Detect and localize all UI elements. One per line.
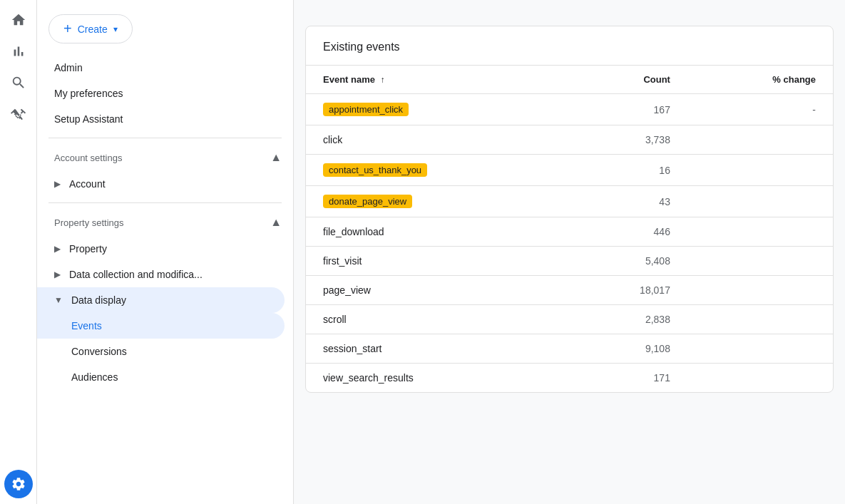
event-name-cell: page_view	[306, 276, 565, 305]
event-name-cell: contact_us_thank_you	[306, 155, 565, 186]
admin-nav[interactable]: Admin	[37, 55, 293, 81]
events-nav[interactable]: Events	[37, 313, 285, 339]
event-name-cell: first_visit	[306, 247, 565, 276]
change-cell	[687, 276, 833, 305]
table-row[interactable]: donate_page_view43	[306, 186, 833, 217]
count-cell: 171	[565, 364, 687, 393]
account-settings-title: Account settings	[54, 153, 122, 163]
table-row[interactable]: view_search_results171	[306, 364, 833, 393]
change-cell	[687, 305, 833, 334]
admin-gear-button[interactable]	[4, 470, 33, 498]
count-cell: 9,108	[565, 334, 687, 364]
table-row[interactable]: first_visit5,408	[306, 247, 833, 276]
events-card: Existing events Event name ↑ Count % cha…	[305, 26, 834, 393]
count-cell: 446	[565, 217, 687, 247]
existing-events-title: Existing events	[306, 26, 833, 66]
event-badge: donate_page_view	[323, 195, 412, 208]
home-icon[interactable]	[4, 6, 33, 34]
events-table: Event name ↑ Count % change appointment_…	[306, 66, 833, 392]
data-display-label: Data display	[71, 294, 126, 306]
property-nav[interactable]: ▶ Property	[37, 236, 293, 262]
nav-divider-1	[48, 138, 282, 138]
table-row[interactable]: file_download446	[306, 217, 833, 247]
chevron-down-icon: ▾	[113, 24, 118, 34]
my-preferences-nav[interactable]: My preferences	[37, 81, 293, 106]
create-label: Create	[78, 24, 108, 35]
property-settings-chevron: ▲	[270, 216, 282, 229]
event-name-cell: donate_page_view	[306, 186, 565, 217]
table-row[interactable]: session_start9,108	[306, 334, 833, 364]
count-cell: 3,738	[565, 125, 687, 155]
property-settings-title: Property settings	[54, 217, 124, 228]
data-display-arrow-icon: ▼	[54, 295, 63, 305]
event-name-cell: scroll	[306, 305, 565, 334]
count-cell: 43	[565, 186, 687, 217]
data-collection-nav[interactable]: ▶ Data collection and modifica...	[37, 262, 293, 287]
top-spacer	[294, 0, 845, 14]
nav-divider-2	[48, 202, 282, 203]
table-row[interactable]: click3,738	[306, 125, 833, 155]
table-row[interactable]: scroll2,838	[306, 305, 833, 334]
change-cell	[687, 247, 833, 276]
sort-icon: ↑	[381, 75, 385, 85]
event-badge: contact_us_thank_you	[323, 163, 427, 177]
event-name-cell: appointment_click	[306, 94, 565, 125]
table-row[interactable]: appointment_click167-	[306, 94, 833, 125]
change-cell	[687, 334, 833, 364]
event-name-header: Event name ↑	[306, 66, 565, 94]
event-badge: appointment_click	[323, 103, 409, 116]
event-name-cell: session_start	[306, 334, 565, 364]
event-name-cell: click	[306, 125, 565, 155]
table-row[interactable]: contact_us_thank_you16	[306, 155, 833, 186]
count-cell: 2,838	[565, 305, 687, 334]
change-cell	[687, 125, 833, 155]
satellite-icon[interactable]	[4, 100, 33, 128]
table-row[interactable]: page_view18,017	[306, 276, 833, 305]
account-settings-section[interactable]: Account settings ▲	[37, 144, 293, 171]
change-cell	[687, 217, 833, 247]
change-cell: -	[687, 94, 833, 125]
property-settings-section[interactable]: Property settings ▲	[37, 209, 293, 236]
account-label: Account	[69, 178, 106, 190]
plus-icon: +	[63, 21, 72, 37]
count-cell: 16	[565, 155, 687, 186]
count-header: Count	[565, 66, 687, 94]
account-nav[interactable]: ▶ Account	[37, 171, 293, 197]
icon-sidebar	[0, 0, 37, 504]
conversions-nav[interactable]: Conversions	[37, 339, 293, 364]
account-arrow-icon: ▶	[54, 179, 61, 189]
property-arrow-icon: ▶	[54, 244, 61, 254]
data-display-nav[interactable]: ▼ Data display	[37, 287, 285, 313]
change-cell	[687, 364, 833, 393]
setup-assistant-nav[interactable]: Setup Assistant	[37, 106, 293, 132]
change-header: % change	[687, 66, 833, 94]
count-cell: 167	[565, 94, 687, 125]
change-cell	[687, 186, 833, 217]
main-content: Existing events Event name ↑ Count % cha…	[294, 0, 845, 504]
event-name-cell: view_search_results	[306, 364, 565, 393]
data-collection-arrow-icon: ▶	[54, 269, 61, 279]
account-settings-chevron: ▲	[270, 151, 282, 164]
change-cell	[687, 155, 833, 186]
count-cell: 18,017	[565, 276, 687, 305]
bar-chart-icon[interactable]	[4, 37, 33, 66]
search-icon[interactable]	[4, 68, 33, 97]
create-button[interactable]: + Create ▾	[48, 14, 133, 43]
audiences-nav[interactable]: Audiences	[37, 364, 293, 390]
data-collection-label: Data collection and modifica...	[69, 269, 203, 280]
property-label: Property	[69, 243, 107, 254]
event-name-cell: file_download	[306, 217, 565, 247]
table-header-row: Event name ↑ Count % change	[306, 66, 833, 94]
left-nav: + Create ▾ Admin My preferences Setup As…	[37, 0, 294, 504]
count-cell: 5,408	[565, 247, 687, 276]
